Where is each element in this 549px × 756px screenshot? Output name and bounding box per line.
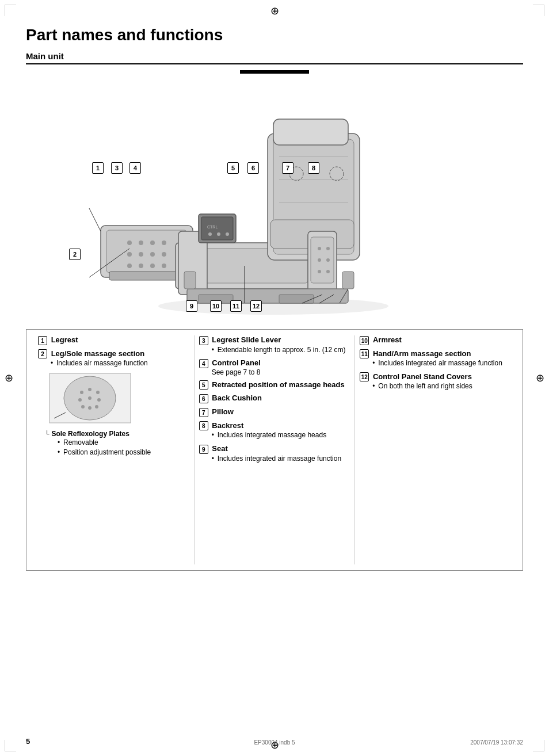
svg-point-6	[162, 240, 166, 245]
legend-item-5: 5 Retracted position of massage heads	[199, 380, 350, 390]
diagram-num-12: 12	[250, 300, 262, 312]
svg-point-32	[326, 258, 330, 262]
sole-illustration	[48, 372, 189, 426]
legend-num-3: 3	[199, 336, 208, 345]
legend-bullet-item: Includes integrated massage heads	[212, 430, 350, 440]
diagram-num-8: 8	[308, 162, 319, 174]
legend-item-6: 6 Back Cushion	[199, 394, 350, 403]
legend-bullet-item: Extendable length to approx. 5 in. (12 c…	[212, 345, 350, 355]
legend-item-2: 2 Leg/Sole massage section Includes air …	[38, 349, 189, 368]
svg-point-11	[127, 264, 132, 268]
legend-item-10: 10 Armrest	[360, 335, 511, 345]
legend-title-4: Control Panel	[212, 358, 261, 367]
diagram-num-11: 11	[230, 300, 242, 312]
legend-bullet-removable: Removable	[58, 438, 189, 448]
svg-point-29	[318, 247, 321, 250]
corner-tr	[533, 5, 544, 16]
svg-point-5	[150, 240, 155, 245]
svg-point-33	[318, 270, 321, 273]
corner-bl	[5, 740, 16, 751]
svg-point-34	[326, 270, 330, 273]
legend-bullets-9: Includes integrated air massage function	[212, 454, 350, 464]
corner-tl	[5, 5, 16, 16]
legend-title-1: Legrest	[51, 335, 78, 344]
svg-line-46	[89, 208, 101, 231]
legend-item-1: 1 Legrest	[38, 335, 189, 345]
svg-point-63	[88, 406, 92, 410]
chair-illustration: CTRL	[83, 87, 512, 312]
legend-num-4: 4	[199, 359, 208, 368]
legend-col-1: 1 Legrest 2 Leg/Sole massage section Inc…	[33, 335, 195, 564]
svg-rect-28	[311, 237, 334, 283]
section-title: Main unit	[26, 51, 523, 64]
reg-left: ⊕	[5, 372, 13, 384]
legend-item-8: 8 Backrest Includes integrated massage h…	[199, 421, 350, 440]
legend-bullet-item: Includes integrated air massage function	[372, 358, 511, 368]
svg-point-4	[139, 240, 143, 245]
svg-rect-44	[184, 272, 196, 289]
svg-point-59	[78, 398, 82, 402]
legend-num-12: 12	[360, 372, 369, 381]
diagram-num-9: 9	[186, 300, 197, 312]
svg-rect-15	[109, 272, 178, 280]
legend-title-8: Backrest	[212, 421, 243, 430]
svg-point-62	[81, 405, 85, 408]
svg-point-8	[139, 252, 143, 257]
svg-point-57	[88, 388, 92, 391]
legend-title-10: Armrest	[373, 335, 402, 344]
svg-point-58	[96, 391, 100, 394]
svg-point-40	[226, 232, 229, 236]
svg-point-31	[318, 258, 321, 262]
legend-bullet-item: On both the left and right sides	[372, 381, 511, 391]
legend-title-11: Hand/Arm massage section	[373, 349, 471, 358]
svg-point-38	[208, 232, 212, 236]
diagram-num-5: 5	[227, 162, 239, 174]
legend-item-9: 9 Seat Includes integrated air massage f…	[199, 444, 350, 463]
legend-title-9: Seat	[212, 444, 227, 453]
legend-bullets-12: On both the left and right sides	[372, 381, 511, 391]
svg-point-30	[326, 247, 330, 250]
svg-rect-2	[106, 230, 187, 273]
legend-item-7: 7 Pillow	[199, 407, 350, 417]
legend-item-12: 12 Control Panel Stand Covers On both th…	[360, 372, 511, 391]
svg-point-10	[162, 252, 166, 257]
legend-note-4: See page 7 to 8	[212, 368, 350, 376]
page-title: Part names and functions	[26, 26, 523, 44]
legend-num-7: 7	[199, 408, 208, 417]
legend-bullets-11: Includes integrated air massage function	[372, 358, 511, 368]
legend-area: 1 Legrest 2 Leg/Sole massage section Inc…	[26, 329, 523, 571]
legend-num-9: 9	[199, 445, 208, 454]
reg-top: ⊕	[270, 5, 279, 17]
legend-bullets-3: Extendable length to approx. 5 in. (12 c…	[212, 345, 350, 355]
diagram-num-6: 6	[247, 162, 259, 174]
legend-title-7: Pillow	[212, 407, 234, 416]
diagram-area: CTRL	[26, 70, 523, 323]
legend-bullet-item: Includes air massage function	[51, 358, 189, 368]
legend-bullet-position: Position adjustment possible	[58, 448, 189, 457]
svg-point-3	[127, 240, 132, 245]
svg-point-13	[150, 264, 155, 268]
legend-title-2: Leg/Sole massage section	[51, 349, 145, 358]
legend-num-5: 5	[199, 380, 208, 390]
legend-col-3: 10 Armrest 11 Hand/Arm massage section I…	[355, 335, 516, 564]
corner-br	[533, 740, 544, 751]
footer-left: EP30004.indb 5	[254, 739, 295, 746]
svg-point-61	[97, 398, 101, 402]
legend-item-11: 11 Hand/Arm massage section Includes int…	[360, 349, 511, 368]
legend-num-6: 6	[199, 394, 208, 403]
legend-num-10: 10	[360, 336, 369, 345]
page-number: 5	[26, 737, 30, 746]
legend-title-5: Retracted position of massage heads	[212, 380, 344, 389]
diagram-num-2: 2	[69, 249, 81, 260]
legend-col-2: 3 Legrest Slide Lever Extendable length …	[195, 335, 356, 564]
legend-bullets-8: Includes integrated massage heads	[212, 430, 350, 440]
legend-num-1: 1	[38, 336, 47, 345]
diagram-num-1: 1	[92, 162, 104, 174]
legend-title-12: Control Panel Stand Covers	[373, 372, 472, 381]
svg-text:CTRL: CTRL	[207, 225, 218, 229]
reg-right: ⊕	[536, 372, 544, 384]
legend-item-3: 3 Legrest Slide Lever Extendable length …	[199, 335, 350, 354]
legend-num-8: 8	[199, 421, 208, 430]
svg-point-12	[139, 264, 143, 268]
legend-title-3: Legrest Slide Lever	[212, 335, 281, 344]
